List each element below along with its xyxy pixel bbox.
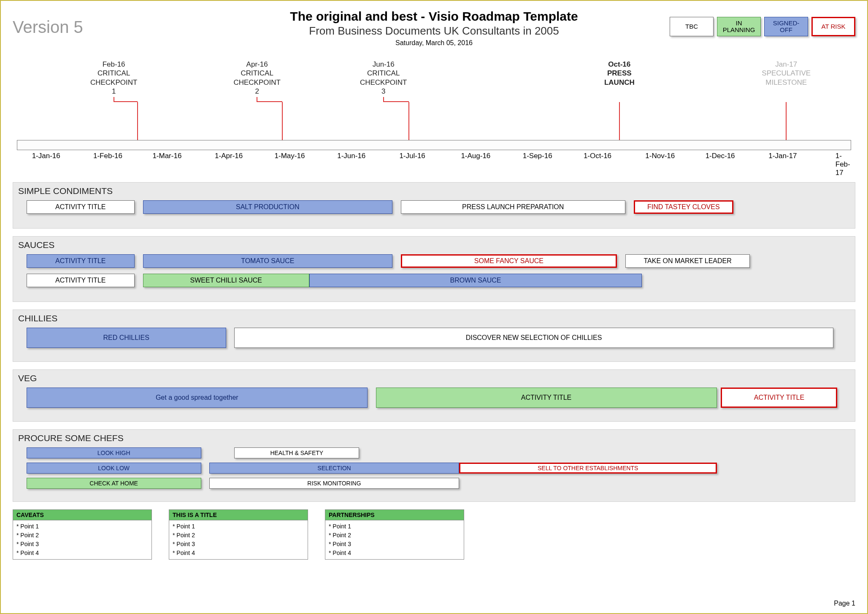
info-title: THIS IS A TITLE xyxy=(169,510,308,520)
workstream: VEGGet a good spread togetherACTIVITY TI… xyxy=(13,369,855,422)
tick-label: 1-May-16 xyxy=(275,152,305,160)
activity-bar[interactable]: ACTIVITY TITLE xyxy=(27,254,135,268)
milestone-label: Jun-16CRITICALCHECKPOINT3 xyxy=(360,60,407,96)
info-point: * Point 1 xyxy=(329,522,460,531)
info-title: PARTNERSHIPS xyxy=(325,510,464,520)
tick-label: 1-Feb-16 xyxy=(93,152,122,160)
tick-label: 1-Apr-16 xyxy=(215,152,243,160)
activity-bar[interactable]: SELECTION xyxy=(209,463,459,474)
info-box: CAVEATS* Point 1* Point 2* Point 3* Poin… xyxy=(13,509,152,560)
milestone-label: Oct-16PRESSLAUNCH xyxy=(604,60,635,87)
legend: TBC IN PLANNING SIGNED-OFF AT RISK xyxy=(670,17,855,36)
milestone-label: Apr-16CRITICALCHECKPOINT2 xyxy=(233,60,280,96)
info-point: * Point 1 xyxy=(16,522,148,531)
activity-bar[interactable]: PRESS LAUNCH PREPARATION xyxy=(401,200,625,214)
milestone-label: Jan-17SPECULATIVEMILESTONE xyxy=(762,60,811,87)
tick-label: 1-Dec-16 xyxy=(706,152,735,160)
time-bar xyxy=(17,140,851,150)
legend-planning: IN PLANNING xyxy=(717,17,761,36)
activity-bar[interactable]: HEALTH & SAFETY xyxy=(234,447,359,458)
activity-bar[interactable]: SALT PRODUCTION xyxy=(143,200,392,214)
activity-bar[interactable]: CHECK AT HOME xyxy=(27,478,201,489)
title-date: Saturday, March 05, 2016 xyxy=(13,39,855,47)
info-point: * Point 2 xyxy=(173,531,304,540)
info-row: CAVEATS* Point 1* Point 2* Point 3* Poin… xyxy=(13,509,855,560)
workstream-title: SAUCES xyxy=(18,240,850,250)
info-point: * Point 2 xyxy=(16,531,148,540)
info-point: * Point 3 xyxy=(329,540,460,549)
header: Version 5 The original and best - Visio … xyxy=(13,9,855,51)
info-point: * Point 4 xyxy=(329,549,460,557)
activity-bar[interactable]: TAKE ON MARKET LEADER xyxy=(625,254,750,268)
info-title: CAVEATS xyxy=(13,510,151,520)
activity-bar[interactable]: ACTIVITY TITLE xyxy=(27,274,135,287)
activity-bar[interactable]: ACTIVITY TITLE xyxy=(376,388,717,408)
activity-bar[interactable]: Get a good spread together xyxy=(27,388,368,408)
activity-bar[interactable]: TOMATO SAUCE xyxy=(143,254,392,268)
activity-bar[interactable]: RED CHILLIES xyxy=(27,328,226,348)
activity-bar[interactable]: SWEET CHILLI SAUCE xyxy=(143,274,309,287)
activity-bar[interactable]: FIND TASTEY CLOVES xyxy=(634,200,734,214)
activity-bar[interactable]: SOME FANCY SAUCE xyxy=(401,254,617,268)
legend-signed: SIGNED-OFF xyxy=(764,17,808,36)
info-point: * Point 4 xyxy=(16,549,148,557)
info-point: * Point 3 xyxy=(173,540,304,549)
milestone-label: Feb-16CRITICALCHECKPOINT1 xyxy=(90,60,137,96)
tick-label: 1-Jun-16 xyxy=(337,152,365,160)
info-body: * Point 1* Point 2* Point 3* Point 4 xyxy=(325,520,464,559)
info-point: * Point 4 xyxy=(173,549,304,557)
tick-label: 1-Feb-17 xyxy=(836,152,850,177)
workstream: CHILLIESRED CHILLIESDISCOVER NEW SELECTI… xyxy=(13,310,855,362)
tick-label: 1-Jul-16 xyxy=(399,152,425,160)
workstream-title: VEG xyxy=(18,373,850,383)
tick-label: 1-Oct-16 xyxy=(584,152,611,160)
tick-label: 1-Jan-17 xyxy=(768,152,797,160)
activity-bar[interactable]: ACTIVITY TITLE xyxy=(27,200,135,214)
legend-tbc: TBC xyxy=(670,17,714,36)
activity-bar[interactable]: ACTIVITY TITLE xyxy=(721,388,837,408)
workstream: SIMPLE CONDIMENTSACTIVITY TITLESALT PROD… xyxy=(13,182,855,229)
info-box: PARTNERSHIPS* Point 1* Point 2* Point 3*… xyxy=(325,509,464,560)
workstream-title: PROCURE SOME CHEFS xyxy=(18,433,850,443)
workstream-title: CHILLIES xyxy=(18,313,850,323)
tick-label: 1-Sep-16 xyxy=(523,152,552,160)
version-label: Version 5 xyxy=(13,18,83,37)
info-point: * Point 1 xyxy=(173,522,304,531)
workstream: SAUCESACTIVITY TITLETOMATO SAUCESOME FAN… xyxy=(13,236,855,302)
tick-label: 1-Nov-16 xyxy=(645,152,675,160)
activity-bar[interactable]: LOOK LOW xyxy=(27,463,201,474)
tick-label: 1-Mar-16 xyxy=(152,152,181,160)
page-number: Page 1 xyxy=(834,600,855,607)
activity-bar[interactable]: RISK MONITORING xyxy=(209,478,459,489)
info-point: * Point 2 xyxy=(329,531,460,540)
tick-label: 1-Jan-16 xyxy=(32,152,60,160)
info-body: * Point 1* Point 2* Point 3* Point 4 xyxy=(13,520,151,559)
activity-bar[interactable]: BROWN SAUCE xyxy=(309,274,642,287)
legend-risk: AT RISK xyxy=(811,17,855,36)
tick-label: 1-Aug-16 xyxy=(461,152,490,160)
info-box: THIS IS A TITLE* Point 1* Point 2* Point… xyxy=(169,509,308,560)
activity-bar[interactable]: DISCOVER NEW SELECTION OF CHILLIES xyxy=(234,328,833,348)
workstream: PROCURE SOME CHEFSLOOK HIGHHEALTH & SAFE… xyxy=(13,429,855,502)
workstream-title: SIMPLE CONDIMENTS xyxy=(18,186,850,196)
activity-bar[interactable]: SELL TO OTHER ESTABLISHMENTS xyxy=(459,463,717,474)
tick-row: 1-Jan-161-Feb-161-Mar-161-Apr-161-May-16… xyxy=(17,152,851,169)
timeline: Feb-16CRITICALCHECKPOINT1✕Apr-16CRITICAL… xyxy=(13,60,855,178)
info-point: * Point 3 xyxy=(16,540,148,549)
info-body: * Point 1* Point 2* Point 3* Point 4 xyxy=(169,520,308,559)
activity-bar[interactable]: LOOK HIGH xyxy=(27,447,201,458)
